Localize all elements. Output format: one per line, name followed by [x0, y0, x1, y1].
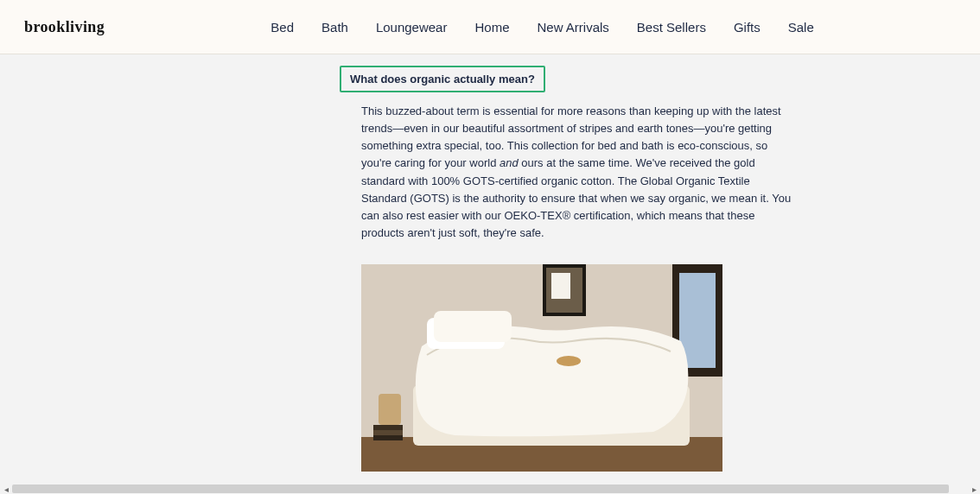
- heading-highlight-1: What does organic actually mean?: [340, 66, 545, 92]
- scroll-left-arrow-icon[interactable]: ◂: [0, 484, 12, 494]
- section1-paragraph: This buzzed-about term is essential for …: [361, 103, 798, 242]
- page-body: What does organic actually mean? This bu…: [0, 54, 980, 494]
- nav-sale[interactable]: Sale: [788, 20, 814, 35]
- svg-rect-12: [373, 430, 403, 435]
- scrollbar-thumb[interactable]: [12, 484, 949, 493]
- svg-rect-11: [373, 425, 403, 430]
- primary-nav: Bed Bath Loungewear Home New Arrivals Be…: [105, 20, 980, 35]
- section1-em: and: [500, 156, 519, 169]
- scrollbar-track[interactable]: [12, 484, 968, 494]
- nav-bath[interactable]: Bath: [321, 20, 348, 35]
- nav-bed[interactable]: Bed: [270, 20, 294, 35]
- top-bar: brookliving Bed Bath Loungewear Home New…: [0, 0, 980, 54]
- article-image: [361, 264, 722, 472]
- nav-home[interactable]: Home: [474, 20, 509, 35]
- horizontal-scrollbar[interactable]: ◂ ▸: [0, 484, 980, 494]
- brand-logo[interactable]: brookliving: [24, 18, 105, 36]
- article-column: What does organic actually mean? This bu…: [361, 63, 798, 494]
- svg-rect-9: [434, 311, 512, 342]
- svg-point-14: [557, 356, 581, 366]
- svg-rect-13: [373, 435, 403, 440]
- nav-best-sellers[interactable]: Best Sellers: [637, 20, 706, 35]
- nav-loungewear[interactable]: Loungewear: [376, 20, 448, 35]
- section-heading-1: What does organic actually mean?: [350, 73, 535, 86]
- svg-rect-10: [379, 394, 401, 425]
- scroll-right-arrow-icon[interactable]: ▸: [968, 484, 980, 494]
- nav-new-arrivals[interactable]: New Arrivals: [537, 20, 608, 35]
- nav-gifts[interactable]: Gifts: [734, 20, 760, 35]
- bedroom-illustration: [361, 264, 722, 472]
- svg-rect-5: [551, 273, 570, 299]
